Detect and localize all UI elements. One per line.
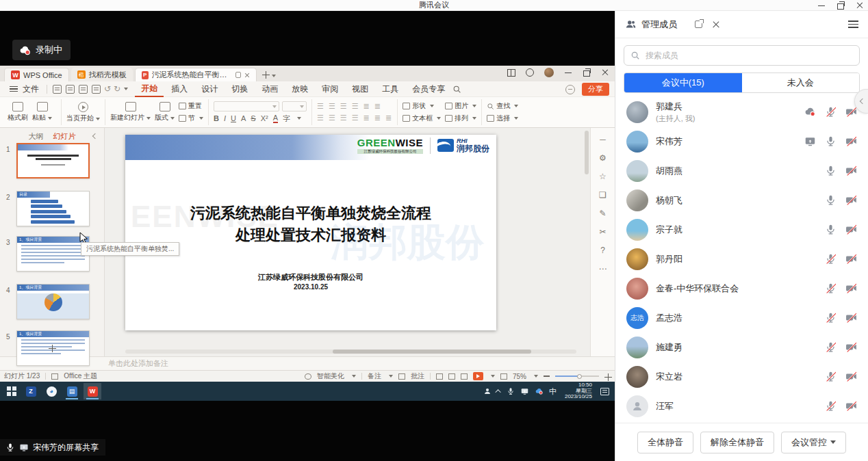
member-row[interactable]: 宋立岩 — [615, 362, 868, 391]
undo-icon[interactable]: ↺ — [104, 84, 111, 94]
tab-in-meeting[interactable]: 会议中(15) — [624, 73, 742, 92]
beautify-button[interactable]: 智能美化 — [317, 371, 344, 381]
select-button[interactable]: 选择 — [487, 114, 518, 123]
tab-outline[interactable]: 大纲 — [29, 131, 44, 142]
taskbar-app-2[interactable]: ◕ — [42, 383, 60, 399]
tab-not-joined[interactable]: 未入会 — [742, 73, 860, 92]
member-row[interactable]: 宗子就 — [615, 215, 868, 244]
member-search[interactable] — [624, 45, 860, 66]
taskbar-clock[interactable]: 10:50 星期三 2023/10/25 — [565, 382, 592, 400]
ribbon-search-icon[interactable] — [452, 85, 461, 94]
play-from-current-button[interactable]: 当页开始 — [66, 102, 100, 123]
char-border-button[interactable]: A — [241, 114, 246, 122]
more-icon[interactable]: ⋯ — [599, 264, 607, 274]
camera-off-icon[interactable] — [845, 224, 857, 235]
underline-button[interactable]: U — [231, 114, 236, 122]
member-row[interactable]: 杨朝飞 — [615, 185, 868, 215]
start-button[interactable] — [7, 386, 16, 396]
help-icon[interactable]: ? — [600, 246, 605, 255]
tray-mic-icon[interactable] — [507, 387, 515, 395]
mute-all-button[interactable]: 全体静音 — [637, 432, 693, 453]
font-color-button[interactable]: A — [273, 114, 278, 123]
output-icon[interactable] — [66, 85, 75, 94]
picture-button[interactable]: 图片 — [445, 101, 476, 111]
mic-muted-icon[interactable] — [825, 312, 837, 324]
camera-off-icon[interactable] — [845, 341, 857, 353]
font-family-select[interactable] — [214, 101, 279, 111]
fit-window-icon[interactable] — [500, 373, 507, 380]
close-panel-icon[interactable] — [712, 21, 720, 29]
new-slide-button[interactable]: 新建幻灯片 — [110, 102, 151, 122]
mic-muted-icon[interactable] — [825, 371, 837, 382]
zoom-in-button[interactable] — [604, 373, 611, 380]
redo-icon[interactable]: ↻ — [114, 84, 120, 94]
camera-off-icon[interactable] — [845, 371, 857, 382]
menu-transition[interactable]: 切换 — [225, 82, 254, 96]
member-row[interactable]: 施建勇 — [615, 332, 868, 362]
tray-cloud-icon[interactable] — [535, 387, 544, 395]
highlight-button[interactable]: 字 — [283, 114, 290, 124]
menu-member[interactable]: 会员专享 — [406, 82, 451, 96]
reading-view-icon[interactable] — [461, 373, 468, 380]
menu-view[interactable]: 视图 — [346, 82, 374, 96]
member-row[interactable]: 宋伟芳 — [615, 127, 868, 156]
member-row[interactable]: 金春-中华环保联合会 — [615, 274, 868, 303]
member-row[interactable]: 郭建兵 (主持人, 我) — [615, 97, 868, 127]
member-row[interactable]: 志浩 孟志浩 — [615, 303, 868, 332]
wps-close-button[interactable] — [601, 68, 609, 77]
italic-button[interactable]: I — [224, 114, 226, 122]
menu-slideshow[interactable]: 放映 — [285, 82, 314, 96]
copy-panel-icon[interactable]: ❏ — [599, 190, 607, 200]
zoom-level[interactable]: 75% — [513, 373, 526, 380]
sorter-view-icon[interactable] — [448, 373, 455, 380]
tray-expand-icon[interactable] — [495, 389, 500, 395]
wps-layout-icon[interactable] — [507, 69, 515, 77]
zoom-slider[interactable] — [555, 376, 599, 377]
mic-on-icon[interactable] — [825, 135, 837, 147]
clip-icon[interactable]: ✂ — [599, 227, 606, 237]
camera-off-icon[interactable] — [845, 135, 857, 147]
unmute-all-button[interactable]: 解除全体静音 — [700, 432, 774, 453]
find-button[interactable]: 查找 — [487, 101, 518, 111]
tab-document[interactable]: P 污泥系统热能自平衡单独焚烧 — [135, 68, 257, 81]
wps-minimize-button[interactable] — [564, 68, 572, 77]
slide-layout-button[interactable]: 版式 — [155, 102, 175, 122]
popout-panel-icon[interactable] — [695, 21, 702, 28]
slide-thumbnail-3[interactable]: 1、项目背景 — [16, 236, 90, 272]
search-input[interactable] — [644, 50, 853, 61]
zoom-out-button[interactable] — [544, 376, 550, 376]
mic-muted-icon[interactable] — [825, 282, 837, 294]
bold-button[interactable]: B — [214, 114, 219, 122]
slide-thumbnail-1[interactable] — [16, 143, 90, 179]
tab-wps-home[interactable]: W WPS Office — [4, 68, 69, 81]
menu-tools[interactable]: 工具 — [376, 82, 405, 96]
tab-docer-templates[interactable]: 稻 找稻壳模板 — [71, 68, 133, 81]
paste-button[interactable]: 粘贴 — [32, 102, 52, 122]
slide-thumbnail-4[interactable]: 1、项目背景 — [16, 284, 90, 319]
edit-icon[interactable]: ✎ — [599, 209, 606, 218]
camera-off-icon[interactable] — [845, 253, 857, 265]
properties-icon[interactable]: ⚙ — [599, 153, 607, 163]
strike-button[interactable]: S — [251, 114, 255, 122]
member-row[interactable]: 郭丹阳 — [615, 244, 868, 274]
save-icon[interactable] — [53, 85, 62, 94]
camera-off-icon[interactable] — [845, 312, 857, 324]
mic-muted-icon[interactable] — [825, 253, 837, 265]
close-tab-icon[interactable] — [244, 72, 249, 78]
restore-button[interactable] — [837, 1, 845, 10]
shape-button[interactable]: 形状 — [403, 101, 441, 111]
mic-muted-icon[interactable] — [825, 106, 837, 118]
tab-slides[interactable]: 幻灯片 — [53, 131, 76, 142]
meeting-controls-button[interactable]: 会议管控 — [781, 432, 846, 453]
menu-animation[interactable]: 动画 — [255, 82, 284, 96]
close-button[interactable] — [856, 1, 864, 10]
menu-design[interactable]: 设计 — [195, 82, 224, 96]
new-tab-button[interactable] — [262, 71, 270, 79]
collapse-ribbon-icon[interactable] — [565, 85, 575, 94]
mic-muted-icon[interactable] — [825, 400, 837, 412]
preview-icon[interactable] — [92, 85, 101, 94]
taskbar-app-3[interactable]: ▤ — [63, 383, 81, 399]
taskbar-app-1[interactable]: Z — [22, 383, 40, 399]
mic-on-icon[interactable] — [825, 224, 837, 235]
tray-display-icon[interactable] — [520, 387, 529, 395]
